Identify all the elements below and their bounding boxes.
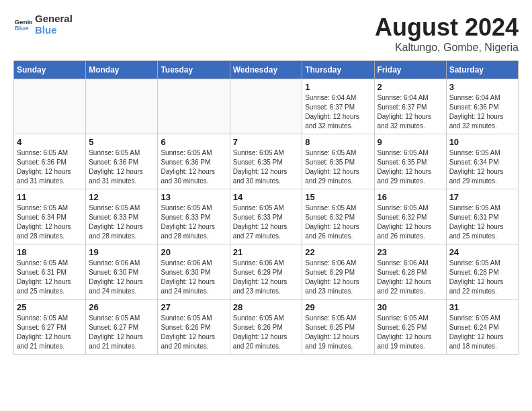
day-number: 18 — [17, 247, 83, 257]
weekday-wednesday: Wednesday — [230, 61, 302, 79]
day-number: 8 — [305, 137, 371, 147]
day-number: 19 — [89, 247, 154, 257]
day-info: Sunrise: 6:05 AM Sunset: 6:32 PM Dayligh… — [305, 203, 371, 241]
day-number: 17 — [449, 192, 515, 202]
weekday-thursday: Thursday — [302, 61, 374, 79]
day-number: 9 — [378, 137, 443, 147]
day-info: Sunrise: 6:06 AM Sunset: 6:30 PM Dayligh… — [161, 259, 226, 296]
day-number: 21 — [233, 247, 300, 257]
day-info: Sunrise: 6:05 AM Sunset: 6:33 PM Dayligh… — [89, 203, 154, 241]
day-info: Sunrise: 6:05 AM Sunset: 6:35 PM Dayligh… — [378, 148, 443, 186]
day-info: Sunrise: 6:05 AM Sunset: 6:25 PM Dayligh… — [305, 314, 371, 351]
day-number: 23 — [378, 247, 443, 257]
day-number: 7 — [233, 137, 300, 147]
day-number: 31 — [449, 302, 515, 312]
calendar-cell: 4Sunrise: 6:05 AM Sunset: 6:36 PM Daylig… — [14, 134, 86, 189]
day-info: Sunrise: 6:05 AM Sunset: 6:36 PM Dayligh… — [17, 148, 83, 186]
day-info: Sunrise: 6:05 AM Sunset: 6:36 PM Dayligh… — [161, 148, 226, 186]
day-info: Sunrise: 6:04 AM Sunset: 6:37 PM Dayligh… — [378, 93, 443, 131]
calendar-cell: 3Sunrise: 6:04 AM Sunset: 6:36 PM Daylig… — [446, 79, 518, 134]
day-info: Sunrise: 6:05 AM Sunset: 6:27 PM Dayligh… — [17, 314, 83, 351]
day-number: 22 — [305, 247, 371, 257]
day-number: 3 — [449, 82, 515, 92]
day-number: 26 — [89, 302, 154, 312]
day-number: 20 — [161, 247, 226, 257]
calendar-week-1: 4Sunrise: 6:05 AM Sunset: 6:36 PM Daylig… — [14, 134, 519, 189]
calendar-cell: 9Sunrise: 6:05 AM Sunset: 6:35 PM Daylig… — [374, 134, 446, 189]
calendar-cell: 22Sunrise: 6:06 AM Sunset: 6:29 PM Dayli… — [302, 244, 374, 300]
day-info: Sunrise: 6:05 AM Sunset: 6:35 PM Dayligh… — [305, 148, 371, 186]
day-info: Sunrise: 6:05 AM Sunset: 6:35 PM Dayligh… — [233, 148, 300, 186]
calendar-cell — [158, 79, 230, 134]
day-info: Sunrise: 6:06 AM Sunset: 6:29 PM Dayligh… — [305, 259, 371, 296]
calendar-cell: 30Sunrise: 6:05 AM Sunset: 6:25 PM Dayli… — [374, 300, 446, 355]
weekday-header-row: SundayMondayTuesdayWednesdayThursdayFrid… — [14, 61, 519, 79]
title-block: August 2024 Kaltungo, Gombe, Nigeria — [375, 13, 519, 54]
calendar-cell — [14, 79, 86, 134]
calendar-cell: 7Sunrise: 6:05 AM Sunset: 6:35 PM Daylig… — [230, 134, 302, 189]
day-number: 12 — [89, 192, 154, 202]
logo: General Blue General Blue — [13, 13, 73, 36]
calendar-cell: 27Sunrise: 6:05 AM Sunset: 6:26 PM Dayli… — [158, 300, 230, 355]
month-year: August 2024 — [375, 13, 519, 42]
day-number: 16 — [378, 192, 443, 202]
weekday-saturday: Saturday — [446, 61, 518, 79]
page-header: General Blue General Blue August 2024 Ka… — [13, 13, 519, 54]
calendar-cell: 12Sunrise: 6:05 AM Sunset: 6:33 PM Dayli… — [86, 189, 158, 244]
day-info: Sunrise: 6:06 AM Sunset: 6:28 PM Dayligh… — [378, 259, 443, 296]
calendar-cell: 11Sunrise: 6:05 AM Sunset: 6:34 PM Dayli… — [14, 189, 86, 244]
day-number: 28 — [233, 302, 300, 312]
day-number: 14 — [233, 192, 300, 202]
calendar-cell: 8Sunrise: 6:05 AM Sunset: 6:35 PM Daylig… — [302, 134, 374, 189]
day-info: Sunrise: 6:05 AM Sunset: 6:31 PM Dayligh… — [17, 259, 83, 296]
calendar-cell: 25Sunrise: 6:05 AM Sunset: 6:27 PM Dayli… — [14, 300, 86, 355]
day-number: 6 — [161, 137, 226, 147]
day-info: Sunrise: 6:05 AM Sunset: 6:34 PM Dayligh… — [17, 203, 83, 241]
weekday-monday: Monday — [86, 61, 158, 79]
weekday-sunday: Sunday — [14, 61, 86, 79]
day-info: Sunrise: 6:05 AM Sunset: 6:28 PM Dayligh… — [449, 259, 515, 296]
day-info: Sunrise: 6:05 AM Sunset: 6:26 PM Dayligh… — [161, 314, 226, 351]
day-number: 2 — [378, 82, 443, 92]
calendar-cell: 2Sunrise: 6:04 AM Sunset: 6:37 PM Daylig… — [374, 79, 446, 134]
calendar-cell: 26Sunrise: 6:05 AM Sunset: 6:27 PM Dayli… — [86, 300, 158, 355]
calendar-cell: 15Sunrise: 6:05 AM Sunset: 6:32 PM Dayli… — [302, 189, 374, 244]
calendar-cell: 18Sunrise: 6:05 AM Sunset: 6:31 PM Dayli… — [14, 244, 86, 300]
calendar-cell: 31Sunrise: 6:05 AM Sunset: 6:24 PM Dayli… — [446, 300, 518, 355]
calendar-cell: 16Sunrise: 6:05 AM Sunset: 6:32 PM Dayli… — [374, 189, 446, 244]
day-info: Sunrise: 6:05 AM Sunset: 6:26 PM Dayligh… — [233, 314, 300, 351]
day-info: Sunrise: 6:05 AM Sunset: 6:33 PM Dayligh… — [233, 203, 300, 241]
day-number: 1 — [305, 82, 371, 92]
day-number: 27 — [161, 302, 226, 312]
calendar-cell: 29Sunrise: 6:05 AM Sunset: 6:25 PM Dayli… — [302, 300, 374, 355]
calendar-week-4: 25Sunrise: 6:05 AM Sunset: 6:27 PM Dayli… — [14, 300, 519, 355]
calendar-cell: 20Sunrise: 6:06 AM Sunset: 6:30 PM Dayli… — [158, 244, 230, 300]
calendar-table: SundayMondayTuesdayWednesdayThursdayFrid… — [13, 60, 519, 355]
day-info: Sunrise: 6:05 AM Sunset: 6:34 PM Dayligh… — [449, 148, 515, 186]
day-number: 5 — [89, 137, 154, 147]
day-number: 11 — [17, 192, 83, 202]
calendar-cell — [86, 79, 158, 134]
calendar-cell: 6Sunrise: 6:05 AM Sunset: 6:36 PM Daylig… — [158, 134, 230, 189]
day-info: Sunrise: 6:04 AM Sunset: 6:37 PM Dayligh… — [305, 93, 371, 131]
day-number: 15 — [305, 192, 371, 202]
calendar-cell: 10Sunrise: 6:05 AM Sunset: 6:34 PM Dayli… — [446, 134, 518, 189]
calendar-cell: 19Sunrise: 6:06 AM Sunset: 6:30 PM Dayli… — [86, 244, 158, 300]
day-info: Sunrise: 6:05 AM Sunset: 6:24 PM Dayligh… — [449, 314, 515, 351]
calendar-cell: 5Sunrise: 6:05 AM Sunset: 6:36 PM Daylig… — [86, 134, 158, 189]
day-info: Sunrise: 6:05 AM Sunset: 6:31 PM Dayligh… — [449, 203, 515, 241]
day-info: Sunrise: 6:05 AM Sunset: 6:25 PM Dayligh… — [378, 314, 443, 351]
location: Kaltungo, Gombe, Nigeria — [375, 42, 519, 54]
day-info: Sunrise: 6:05 AM Sunset: 6:27 PM Dayligh… — [89, 314, 154, 351]
calendar-cell: 23Sunrise: 6:06 AM Sunset: 6:28 PM Dayli… — [374, 244, 446, 300]
day-number: 24 — [449, 247, 515, 257]
day-info: Sunrise: 6:05 AM Sunset: 6:36 PM Dayligh… — [89, 148, 154, 186]
calendar-cell: 21Sunrise: 6:06 AM Sunset: 6:29 PM Dayli… — [230, 244, 302, 300]
day-number: 30 — [378, 302, 443, 312]
day-info: Sunrise: 6:05 AM Sunset: 6:33 PM Dayligh… — [161, 203, 226, 241]
svg-text:Blue: Blue — [14, 24, 29, 32]
day-number: 4 — [17, 137, 83, 147]
calendar-cell: 24Sunrise: 6:05 AM Sunset: 6:28 PM Dayli… — [446, 244, 518, 300]
logo-icon: General Blue — [13, 15, 32, 34]
day-info: Sunrise: 6:06 AM Sunset: 6:30 PM Dayligh… — [89, 259, 154, 296]
